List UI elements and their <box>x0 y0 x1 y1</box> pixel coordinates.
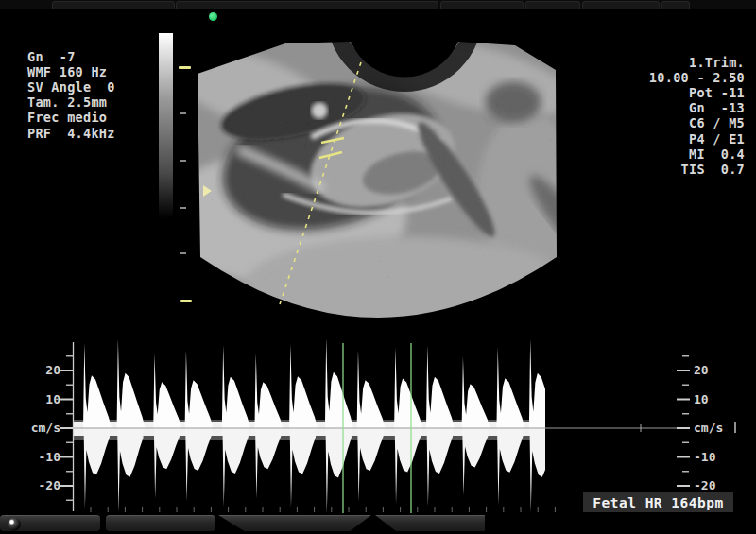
bottom-control-bar <box>0 514 756 532</box>
axis-label: 20 <box>694 363 750 378</box>
control-button[interactable] <box>375 515 485 531</box>
control-button[interactable] <box>218 515 371 531</box>
ultrasound-screen: Gn -7WMF 160 HzSV Angle 0Tam. 2.5mmFrec … <box>0 0 756 534</box>
spectral-doppler-display <box>0 0 756 534</box>
axis-label: -10 <box>21 450 60 465</box>
axis-label: 20 <box>21 363 60 378</box>
axis-label: 10 <box>21 392 60 407</box>
fetal-hr-text: Fetal HR 164bpm <box>593 495 723 510</box>
axis-label: -10 <box>694 450 750 465</box>
axis-label: -20 <box>694 478 750 493</box>
trackball-icon[interactable] <box>8 518 21 531</box>
axis-label: -20 <box>21 478 60 493</box>
control-button[interactable] <box>106 515 215 531</box>
axis-label: cm/s <box>694 421 750 436</box>
control-button[interactable] <box>0 515 100 531</box>
fetal-hr-badge: Fetal HR 164bpm <box>583 492 733 512</box>
axis-label: cm/s <box>21 421 60 436</box>
axis-label: 10 <box>694 392 750 407</box>
doppler-waveform <box>74 337 558 514</box>
